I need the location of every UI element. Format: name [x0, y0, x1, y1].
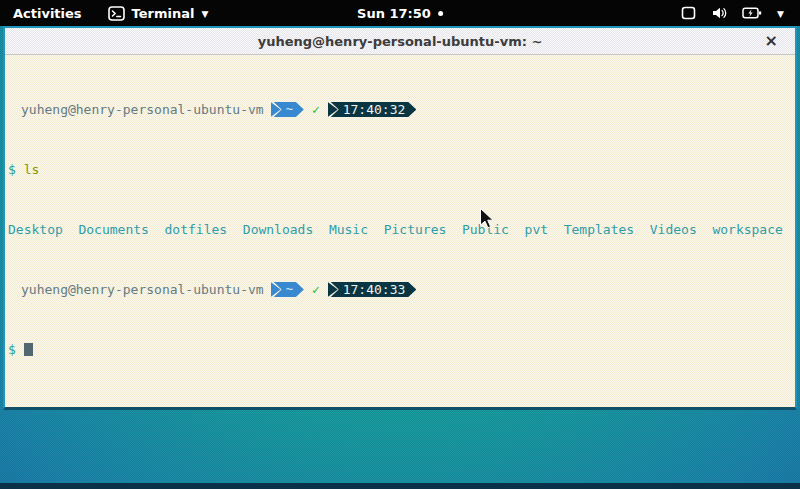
app-menu-label: Terminal — [132, 6, 195, 21]
window-title: yuheng@henry-personal-ubuntu-vm: ~ — [258, 34, 543, 49]
prompt-username: yuheng@henry-personal-ubuntu-vm — [21, 282, 264, 297]
prompt-time-segment: 17:40:32 — [328, 102, 417, 117]
typed-command: ls — [24, 162, 40, 177]
system-menu[interactable]: ▼ — [665, 0, 800, 26]
notification-dot-icon — [438, 11, 443, 16]
prompt-path: ~ — [286, 102, 293, 117]
terminal-content[interactable]: yuheng@henry-personal-ubuntu-vm ~ ✓ 17:4… — [5, 55, 795, 407]
app-menu[interactable]: Terminal ▼ — [95, 0, 222, 26]
clock-label: Sun 17:50 — [357, 6, 431, 21]
activities-button[interactable]: Activities — [0, 0, 95, 26]
terminal-window: yuheng@henry-personal-ubuntu-vm: ~ × yuh… — [3, 26, 797, 410]
text-cursor — [24, 343, 33, 356]
shell-prompt-symbol: $ — [8, 342, 16, 357]
window-titlebar[interactable]: yuheng@henry-personal-ubuntu-vm: ~ × — [5, 28, 795, 55]
prompt-line: yuheng@henry-personal-ubuntu-vm ~ ✓ 17:4… — [8, 282, 795, 297]
prompt-path: ~ — [286, 282, 293, 297]
top-bar: Activities Terminal ▼ Sun 17:50 — [0, 0, 800, 26]
status-check-icon: ✓ — [312, 282, 320, 297]
prompt-timestamp: 17:40:33 — [343, 282, 406, 297]
volume-icon — [711, 5, 727, 21]
desktop: Activities Terminal ▼ Sun 17:50 — [0, 0, 800, 489]
command-line-current[interactable]: $ — [8, 342, 795, 357]
command-line: $ ls — [8, 162, 795, 177]
prompt-timestamp: 17:40:32 — [343, 102, 406, 117]
prompt-path-segment: ~ — [271, 102, 304, 117]
desktop-bottom-edge — [0, 483, 800, 489]
prompt-username: yuheng@henry-personal-ubuntu-vm — [21, 102, 264, 117]
prompt-path-segment: ~ — [271, 282, 304, 297]
chevron-down-icon: ▼ — [777, 10, 784, 19]
display-icon — [681, 6, 696, 20]
shell-prompt-symbol: $ — [8, 162, 16, 177]
chevron-down-icon: ▼ — [201, 10, 208, 19]
ls-output: Desktop Documents dotfiles Downloads Mus… — [8, 222, 795, 237]
status-check-icon: ✓ — [312, 102, 320, 117]
clock-menu[interactable]: Sun 17:50 — [357, 0, 443, 26]
prompt-line: yuheng@henry-personal-ubuntu-vm ~ ✓ 17:4… — [8, 102, 795, 117]
terminal-app-icon — [108, 6, 125, 21]
close-icon[interactable]: × — [765, 33, 778, 49]
battery-charging-icon — [742, 6, 762, 20]
prompt-time-segment: 17:40:33 — [328, 282, 417, 297]
